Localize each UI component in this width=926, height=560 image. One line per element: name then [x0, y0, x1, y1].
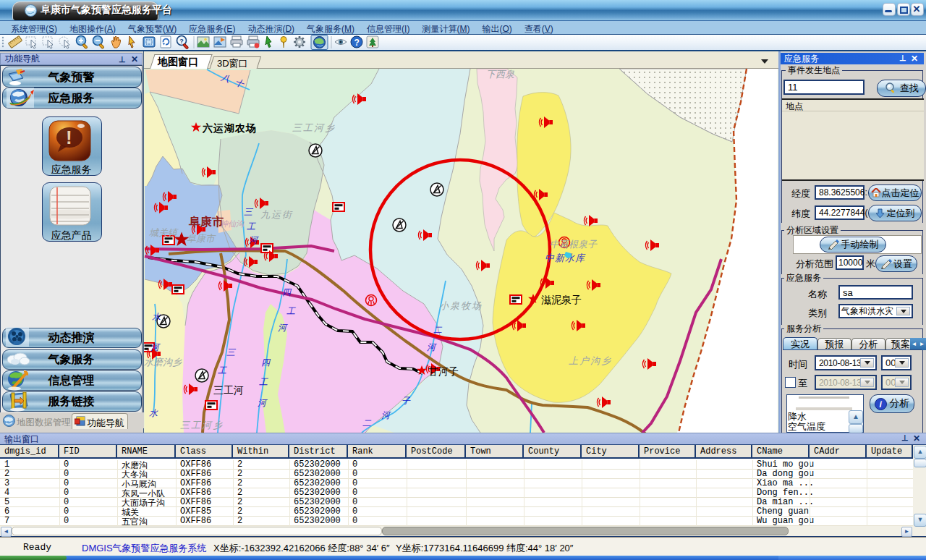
- svg-text:甘河子: 甘河子: [428, 365, 459, 377]
- svg-text:?: ?: [354, 38, 360, 48]
- svg-text:六运湖农场: 六运湖农场: [202, 122, 257, 134]
- svg-text:九运街: 九运街: [260, 209, 293, 220]
- svg-text:中葛根泉子: 中葛根泉子: [550, 239, 598, 250]
- svg-text:河: 河: [258, 398, 268, 408]
- svg-text:水: 水: [152, 312, 161, 322]
- svg-text:三: 三: [244, 207, 254, 217]
- svg-text:滋泥泉子: 滋泥泉子: [541, 294, 582, 305]
- svg-text:下西泉: 下西泉: [486, 69, 514, 80]
- svg-text:?: ?: [179, 38, 184, 45]
- svg-text:城关镇: 城关镇: [149, 227, 179, 238]
- svg-text:小泉牧场: 小泉牧场: [439, 300, 483, 311]
- svg-text:水: 水: [149, 408, 158, 418]
- svg-text:阜康市: 阜康市: [188, 215, 224, 228]
- svg-text:河: 河: [381, 410, 391, 420]
- svg-text:水磨沟乡: 水磨沟乡: [144, 357, 182, 368]
- svg-text:阜康市: 阜康市: [187, 233, 216, 244]
- svg-text:三: 三: [226, 347, 237, 357]
- svg-text:河: 河: [427, 342, 437, 352]
- svg-text:河: 河: [278, 323, 288, 333]
- svg-text:二: 二: [433, 325, 443, 335]
- svg-text:上户沟乡: 上户沟乡: [569, 355, 612, 366]
- svg-text:四: 四: [282, 287, 292, 297]
- svg-text:二: 二: [362, 418, 372, 428]
- svg-text:工: 工: [247, 221, 256, 232]
- svg-text:工: 工: [286, 306, 296, 316]
- svg-text:子: 子: [402, 396, 411, 406]
- svg-text:三工河: 三工河: [213, 384, 244, 396]
- svg-text:工: 工: [218, 365, 227, 376]
- svg-text:三工河乡: 三工河乡: [292, 122, 336, 133]
- svg-text:!: !: [66, 127, 72, 148]
- svg-text:四: 四: [261, 357, 271, 368]
- svg-text:三工河乡: 三工河乡: [180, 420, 224, 430]
- svg-text:河: 河: [249, 235, 259, 245]
- svg-text:河: 河: [150, 342, 161, 352]
- svg-text:工: 工: [259, 377, 268, 387]
- svg-text:神仙沟: 神仙沟: [220, 219, 245, 228]
